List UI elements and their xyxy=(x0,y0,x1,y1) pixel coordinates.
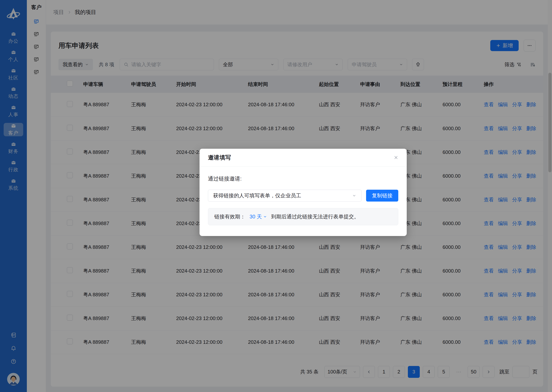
modal-title: 邀请填写 xyxy=(208,154,231,161)
chevron-down-icon xyxy=(263,215,267,219)
chevron-down-icon xyxy=(352,194,356,198)
app-root: 办公个人社区动态人事客户财务行政系统 客户 项目 xyxy=(0,0,552,392)
invite-by-link-label: 通过链接邀请: xyxy=(208,175,398,182)
invite-modal: 邀请填写 通过链接邀请: 获得链接的人可填写表单，仅企业员工 复制链接 链接有效… xyxy=(200,149,407,236)
link-permission-select[interactable]: 获得链接的人可填写表单，仅企业员工 xyxy=(208,190,362,202)
close-icon[interactable] xyxy=(392,154,399,161)
link-validity-box: 链接有效期： 30 天 到期后通过此链接无法进行表单提交。 xyxy=(208,208,398,225)
validity-note: 到期后通过此链接无法进行表单提交。 xyxy=(271,213,359,220)
validity-days-dropdown[interactable]: 30 天 xyxy=(250,213,267,220)
validity-prefix: 链接有效期： xyxy=(214,213,245,220)
copy-link-button[interactable]: 复制链接 xyxy=(366,190,398,202)
